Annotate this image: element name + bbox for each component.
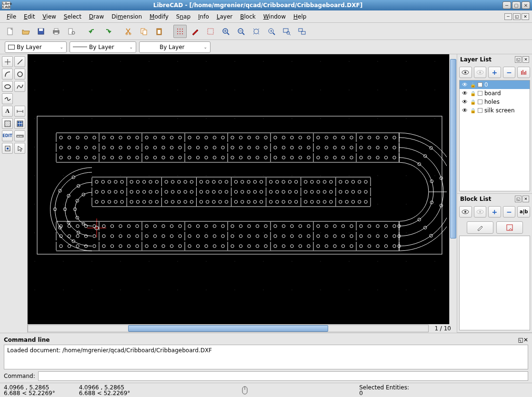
layer-add[interactable]: + bbox=[488, 67, 501, 78]
tool-ellipse[interactable] bbox=[2, 81, 13, 92]
command-input[interactable] bbox=[38, 371, 528, 381]
zoom-in-button[interactable] bbox=[219, 25, 232, 38]
block-remove[interactable]: − bbox=[503, 206, 516, 218]
lock-icon[interactable]: 🔒 bbox=[470, 91, 476, 96]
layer-row[interactable]: 👁🔒silk screen bbox=[460, 106, 530, 115]
tool-hatch[interactable] bbox=[2, 118, 13, 129]
menu-modify[interactable]: Modify bbox=[146, 12, 172, 21]
block-insert[interactable] bbox=[496, 221, 523, 234]
tool-image[interactable] bbox=[14, 118, 25, 129]
layer-row[interactable]: 👁🔒holes bbox=[460, 98, 530, 106]
commandline-title: Command line bbox=[4, 337, 50, 343]
layer-panel-undock[interactable]: ◱ bbox=[515, 56, 522, 63]
lock-icon[interactable]: 🔒 bbox=[470, 108, 476, 113]
tool-edit[interactable]: EDIT bbox=[2, 130, 13, 141]
layer-list[interactable]: 👁🔒0👁🔒board👁🔒holes👁🔒silk screen bbox=[459, 80, 530, 191]
block-edit[interactable] bbox=[467, 221, 493, 234]
menu-view[interactable]: View bbox=[39, 12, 60, 21]
tool-circle[interactable] bbox=[14, 69, 25, 79]
commandline-undock[interactable]: ◱ bbox=[518, 337, 523, 343]
svg-point-380 bbox=[358, 180, 361, 183]
redo-button[interactable] bbox=[101, 25, 114, 38]
tool-select[interactable] bbox=[14, 143, 25, 154]
print-preview-button[interactable] bbox=[65, 25, 78, 38]
drawing-canvas[interactable] bbox=[28, 54, 449, 324]
svg-point-90 bbox=[34, 147, 35, 148]
grid-toggle-button[interactable] bbox=[173, 25, 187, 38]
redraw-button[interactable] bbox=[204, 25, 217, 38]
block-hide-all[interactable] bbox=[474, 206, 487, 218]
color-combo[interactable]: By Layer⌄ bbox=[5, 41, 67, 53]
cut-button[interactable] bbox=[122, 25, 135, 38]
layer-row[interactable]: 👁🔒0 bbox=[460, 80, 530, 89]
tool-spline[interactable] bbox=[14, 81, 25, 92]
eye-icon[interactable]: 👁 bbox=[462, 107, 468, 114]
mdi-minimize[interactable]: ─ bbox=[504, 13, 512, 20]
menu-block[interactable]: Block bbox=[236, 12, 259, 21]
maximize-button[interactable]: ▢ bbox=[512, 1, 521, 9]
block-add[interactable]: + bbox=[488, 206, 501, 218]
svg-point-289 bbox=[93, 156, 96, 159]
block-rename[interactable]: a|b bbox=[517, 206, 530, 218]
draft-mode-button[interactable] bbox=[189, 25, 202, 38]
mdi-restore[interactable]: ◱ bbox=[513, 13, 521, 20]
zoom-auto-button[interactable] bbox=[250, 25, 263, 38]
tool-measure[interactable] bbox=[14, 130, 25, 141]
menu-window[interactable]: Window bbox=[260, 12, 290, 21]
linewidth-combo[interactable]: By Layer⌄ bbox=[70, 41, 136, 53]
block-list[interactable] bbox=[459, 236, 530, 331]
tool-arc[interactable] bbox=[2, 69, 13, 79]
svg-point-166 bbox=[63, 289, 64, 290]
menu-layer[interactable]: Layer bbox=[213, 12, 236, 21]
paste-button[interactable] bbox=[152, 25, 166, 38]
tool-text[interactable]: A bbox=[2, 106, 13, 117]
lock-icon[interactable]: 🔒 bbox=[470, 99, 476, 105]
commandline-close[interactable]: ✕ bbox=[523, 337, 528, 343]
copy-button[interactable] bbox=[137, 25, 151, 38]
linetype-combo[interactable]: By Layer⌄ bbox=[139, 41, 211, 53]
svg-point-442 bbox=[149, 200, 152, 203]
zoom-pan-button[interactable] bbox=[295, 25, 309, 38]
block-show-all[interactable] bbox=[459, 206, 472, 218]
mdi-close[interactable]: ✕ bbox=[522, 13, 529, 20]
layer-show-all[interactable] bbox=[459, 67, 472, 78]
tool-dimension[interactable] bbox=[14, 106, 25, 117]
block-panel-close[interactable]: ✕ bbox=[522, 196, 529, 202]
menu-dimension[interactable]: Dimension bbox=[108, 12, 146, 21]
lock-icon[interactable]: 🔒 bbox=[470, 82, 476, 88]
eye-icon[interactable]: 👁 bbox=[462, 90, 468, 97]
menu-draw[interactable]: Draw bbox=[85, 12, 108, 21]
tool-polyline[interactable] bbox=[2, 93, 13, 104]
eye-icon[interactable]: 👁 bbox=[462, 99, 468, 105]
layer-row[interactable]: 👁🔒board bbox=[460, 89, 530, 98]
vertical-scrollbar[interactable] bbox=[449, 54, 457, 324]
layer-panel-close[interactable]: ✕ bbox=[522, 56, 529, 63]
tool-line[interactable] bbox=[14, 56, 25, 67]
layer-edit[interactable] bbox=[517, 67, 530, 78]
layer-remove[interactable]: − bbox=[503, 67, 516, 78]
block-panel-undock[interactable]: ◱ bbox=[515, 196, 522, 202]
zoom-out-button[interactable] bbox=[234, 25, 248, 38]
open-button[interactable] bbox=[19, 25, 32, 38]
eye-icon[interactable]: 👁 bbox=[462, 81, 468, 88]
close-button[interactable]: ✕ bbox=[522, 1, 530, 9]
menu-help[interactable]: Help bbox=[290, 12, 310, 21]
svg-point-472 bbox=[323, 200, 326, 203]
tool-block[interactable] bbox=[2, 143, 13, 154]
print-button[interactable] bbox=[50, 25, 63, 38]
save-button[interactable] bbox=[34, 25, 48, 38]
menu-info[interactable]: Info bbox=[194, 12, 213, 21]
new-button[interactable] bbox=[4, 25, 17, 38]
layer-hide-all[interactable] bbox=[474, 67, 487, 78]
menu-snap[interactable]: Snap bbox=[172, 12, 194, 21]
tool-point[interactable] bbox=[2, 56, 13, 67]
menu-edit[interactable]: Edit bbox=[20, 12, 39, 21]
minimize-button[interactable]: ─ bbox=[502, 1, 511, 9]
horizontal-scrollbar[interactable] bbox=[28, 325, 429, 332]
svg-point-479 bbox=[364, 200, 367, 203]
menu-select[interactable]: Select bbox=[60, 12, 85, 21]
undo-button[interactable] bbox=[86, 25, 99, 38]
zoom-window-button[interactable] bbox=[280, 25, 293, 38]
zoom-previous-button[interactable] bbox=[265, 25, 278, 38]
menu-file[interactable]: File bbox=[3, 12, 20, 21]
